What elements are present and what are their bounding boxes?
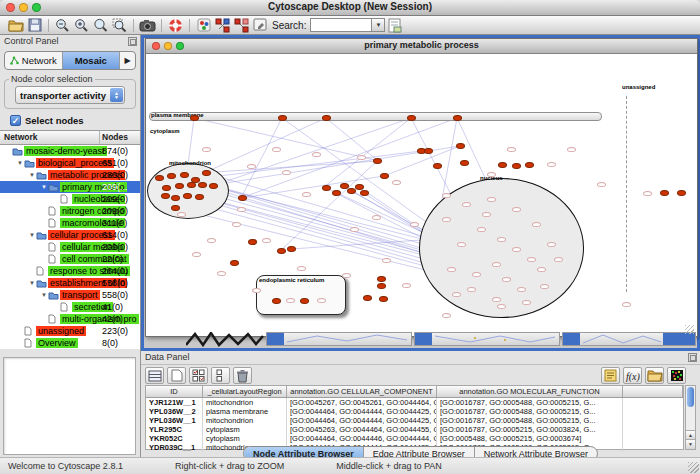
transporter-gene-node[interactable] bbox=[272, 298, 281, 304]
table-cell[interactable]: cytoplasm bbox=[203, 434, 287, 443]
window-resize-grip[interactable] bbox=[685, 325, 694, 334]
gene-node[interactable] bbox=[442, 313, 451, 318]
transporter-gene-node[interactable] bbox=[155, 175, 164, 181]
table-row[interactable]: YLR295Ccytoplasm[GO:0045263, GO:0044464,… bbox=[146, 425, 683, 434]
transporter-gene-node[interactable] bbox=[380, 173, 389, 179]
tree-row-cell-communicat[interactable]: cell communicat22(0) bbox=[0, 253, 140, 265]
transporter-gene-node[interactable] bbox=[238, 195, 247, 201]
tab-mosaic[interactable]: Mosaic bbox=[63, 52, 121, 69]
table-cell[interactable]: plasma membrane bbox=[203, 407, 287, 416]
transporter-gene-node[interactable] bbox=[287, 246, 296, 252]
column-header[interactable]: annotation.GO CELLULAR_COMPONENT bbox=[287, 386, 437, 397]
transporter-gene-node[interactable] bbox=[377, 283, 386, 289]
table-row[interactable]: YKR052Ccytoplasm[GO:0044464, GO:0044446,… bbox=[146, 434, 683, 443]
expand-arrow-icon[interactable]: ▼ bbox=[40, 292, 48, 298]
gene-node[interactable] bbox=[272, 147, 281, 152]
gene-node[interactable] bbox=[540, 284, 549, 289]
gene-node[interactable] bbox=[402, 283, 411, 288]
transporter-gene-node[interactable] bbox=[187, 182, 196, 188]
save-session-icon[interactable] bbox=[25, 17, 44, 34]
tab-network[interactable]: Network bbox=[5, 52, 63, 69]
transporter-gene-node[interactable] bbox=[167, 173, 176, 179]
destroy-network-icon[interactable] bbox=[232, 17, 251, 34]
gene-node[interactable] bbox=[622, 302, 631, 307]
gene-node[interactable] bbox=[487, 172, 496, 177]
zoom-selected-icon[interactable] bbox=[110, 17, 129, 34]
gene-node[interactable] bbox=[567, 147, 576, 152]
gene-node[interactable] bbox=[547, 242, 556, 247]
select-attributes-icon[interactable] bbox=[189, 367, 208, 384]
search-dropdown-icon[interactable]: ▼ bbox=[372, 18, 385, 32]
open-session-icon[interactable] bbox=[6, 17, 25, 34]
snapshot-icon[interactable] bbox=[138, 17, 157, 34]
gene-node[interactable] bbox=[207, 238, 216, 243]
gene-node[interactable] bbox=[237, 207, 246, 212]
transporter-gene-node[interactable] bbox=[677, 190, 686, 196]
column-header[interactable]: _cellularLayoutRegion bbox=[203, 386, 287, 397]
gene-node[interactable] bbox=[202, 147, 211, 152]
annotation-note-icon[interactable] bbox=[601, 367, 620, 384]
transporter-gene-node[interactable] bbox=[498, 162, 507, 168]
zoom-out-icon[interactable] bbox=[53, 17, 72, 34]
gene-node[interactable] bbox=[547, 162, 556, 167]
attribute-table[interactable]: ID_cellularLayoutRegionannotation.GO CEL… bbox=[145, 385, 684, 450]
tree-row-overview[interactable]: Overview8(0) bbox=[0, 337, 140, 349]
gene-node[interactable] bbox=[527, 257, 536, 262]
search-input[interactable] bbox=[310, 18, 372, 32]
gene-node[interactable] bbox=[487, 197, 496, 202]
gene-node[interactable] bbox=[372, 215, 381, 220]
gene-node[interactable] bbox=[286, 298, 295, 303]
transporter-gene-node[interactable] bbox=[171, 195, 180, 201]
gene-node[interactable] bbox=[350, 227, 359, 232]
tree-row-cellular-metabo[interactable]: cellular metabo209(0) bbox=[0, 241, 140, 253]
gene-node[interactable] bbox=[532, 222, 541, 227]
transporter-gene-node[interactable] bbox=[162, 185, 171, 191]
tree-row-cellular-process[interactable]: ▼cellular process614(0) bbox=[0, 229, 140, 241]
table-row[interactable]: YPL036W__2plasma membrane[GO:0044464, GO… bbox=[146, 407, 683, 416]
transporter-gene-node[interactable] bbox=[363, 295, 372, 301]
gene-node[interactable] bbox=[282, 170, 291, 175]
tree-row-metabolic-process[interactable]: ▼metabolic process280(0) bbox=[0, 169, 140, 181]
gene-node[interactable] bbox=[442, 217, 451, 222]
tree-row-establishment-of-lo[interactable]: ▼establishment of lo558(0) bbox=[0, 277, 140, 289]
transporter-gene-node[interactable] bbox=[195, 194, 204, 200]
gene-node[interactable] bbox=[512, 247, 521, 252]
tree-row-unassigned[interactable]: unassigned223(0) bbox=[0, 325, 140, 337]
gene-node[interactable] bbox=[177, 212, 186, 217]
transporter-gene-node[interactable] bbox=[322, 115, 331, 121]
gene-node[interactable] bbox=[597, 182, 606, 187]
expand-arrow-icon[interactable]: ▼ bbox=[40, 184, 48, 190]
gene-node[interactable] bbox=[342, 273, 351, 278]
new-attribute-icon[interactable] bbox=[167, 367, 186, 384]
gene-node[interactable] bbox=[502, 277, 511, 282]
gene-node[interactable] bbox=[507, 147, 516, 152]
transporter-gene-node[interactable] bbox=[322, 185, 331, 191]
attribute-matrix-icon[interactable] bbox=[667, 367, 686, 384]
gene-node[interactable] bbox=[643, 191, 652, 196]
gene-node[interactable] bbox=[457, 242, 466, 247]
table-row[interactable]: YJR121W__1mitochondrion[GO:0045267, GO:0… bbox=[146, 398, 683, 407]
tree-row-macromolecule[interactable]: macromolecule311(0) bbox=[0, 217, 140, 229]
gene-node[interactable] bbox=[497, 304, 506, 309]
gene-node[interactable] bbox=[232, 222, 241, 227]
transporter-gene-node[interactable] bbox=[248, 239, 257, 245]
transporter-gene-node[interactable] bbox=[453, 115, 462, 121]
float-panel-icon[interactable] bbox=[688, 353, 697, 362]
gene-node[interactable] bbox=[512, 207, 521, 212]
transporter-gene-node[interactable] bbox=[379, 296, 388, 302]
table-cell[interactable]: YKR052C bbox=[146, 434, 203, 443]
tree-row-nitrogen-compo[interactable]: nitrogen compo209(0) bbox=[0, 205, 140, 217]
tree-row-transport[interactable]: ▼transport558(0) bbox=[0, 289, 140, 301]
table-cell[interactable]: [GO:0044464, GO:0044446, GO:0044444, G..… bbox=[287, 434, 437, 443]
column-header[interactable]: ID bbox=[146, 386, 203, 397]
network-overview-panel[interactable] bbox=[3, 357, 136, 455]
transporter-gene-node[interactable] bbox=[377, 276, 386, 282]
transporter-gene-node[interactable] bbox=[278, 115, 287, 121]
transporter-gene-node[interactable] bbox=[202, 170, 211, 176]
enhanced-search-icon[interactable] bbox=[385, 17, 404, 34]
transporter-gene-node[interactable] bbox=[300, 298, 309, 304]
gene-node[interactable] bbox=[252, 288, 261, 293]
gene-node[interactable] bbox=[262, 238, 271, 243]
transporter-gene-node[interactable] bbox=[433, 163, 442, 169]
table-cell[interactable]: [GO:0016787, GO:0005488, GO:0005215, G..… bbox=[437, 398, 623, 407]
